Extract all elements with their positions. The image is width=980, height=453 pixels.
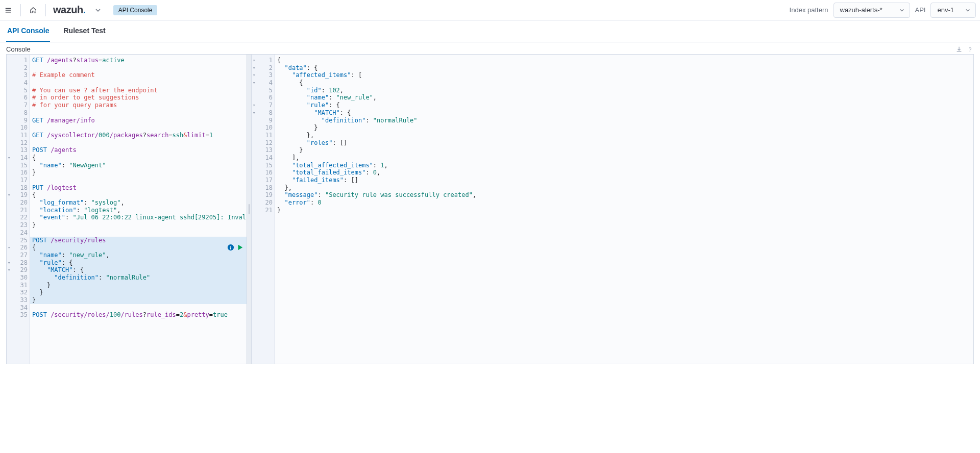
console-header: Console ? <box>0 42 980 54</box>
request-editor[interactable]: GET /agents?status=active# Example comme… <box>30 55 247 364</box>
code-line[interactable]: } <box>30 289 247 296</box>
code-line[interactable] <box>30 64 247 72</box>
code-line[interactable] <box>30 139 247 147</box>
code-line[interactable]: } <box>30 296 247 304</box>
chevron-down-icon <box>94 7 102 14</box>
code-line[interactable]: PUT /logtest <box>30 184 247 192</box>
code-line: "message": "Security rule was successful… <box>275 191 973 199</box>
code-line[interactable] <box>30 229 247 237</box>
api-select[interactable]: env-1 <box>930 3 976 18</box>
tab-ruleset-test[interactable]: Ruleset Test <box>62 20 106 42</box>
tab-api-console[interactable]: API Console <box>6 20 50 42</box>
code-line[interactable]: "name": "new_rule", <box>30 251 247 259</box>
code-line[interactable] <box>30 109 247 117</box>
code-line[interactable]: # Example comment <box>30 71 247 79</box>
code-line: "name": "new_rule", <box>275 94 973 102</box>
api-value: env-1 <box>937 6 954 14</box>
code-line[interactable] <box>30 177 247 184</box>
code-line: "total_failed_items": 0, <box>275 169 973 177</box>
code-line[interactable]: "location": "logtest", <box>30 207 247 214</box>
code-line: "definition": "normalRule" <box>275 117 973 124</box>
code-line: "id": 102, <box>275 87 973 94</box>
code-line: "affected_items": [ <box>275 71 973 79</box>
code-line[interactable]: { <box>30 191 247 199</box>
divider <box>45 4 46 16</box>
code-line[interactable] <box>30 304 247 312</box>
code-line: } <box>275 146 973 154</box>
code-line: { <box>275 79 973 87</box>
code-line[interactable]: "definition": "normalRule" <box>30 274 247 282</box>
code-line: ], <box>275 154 973 162</box>
brand-dot: . <box>83 4 86 16</box>
code-line[interactable]: "name": "NewAgent" <box>30 162 247 169</box>
menu-button[interactable] <box>0 2 16 18</box>
code-line[interactable]: } <box>30 282 247 289</box>
topbar: wazuh. API Console Index pattern wazuh-a… <box>0 0 980 20</box>
console-label: Console <box>6 45 31 53</box>
code-line[interactable] <box>30 124 247 132</box>
topbar-left: wazuh. API Console <box>0 2 157 18</box>
code-line[interactable]: POST /agents <box>30 146 247 154</box>
index-pattern-value: wazuh-alerts-* <box>840 6 883 14</box>
code-line[interactable]: { <box>30 154 247 162</box>
console-header-icons: ? <box>955 46 974 53</box>
pane-splitter[interactable] <box>247 55 252 364</box>
code-line[interactable]: "MATCH": { <box>30 266 247 274</box>
response-gutter: 1▾2▾3▾4▾567▾8▾9101112131415161718192021 <box>252 55 275 364</box>
code-line: "failed_items": [] <box>275 177 973 184</box>
code-line: }, <box>275 184 973 192</box>
code-line[interactable]: # for your query params <box>30 102 247 109</box>
code-line[interactable]: # in order to get suggestions <box>30 94 247 102</box>
code-line[interactable]: "rule": { <box>30 259 247 267</box>
api-label: API <box>915 6 926 14</box>
code-line[interactable]: POST /security/rulesi <box>30 237 247 244</box>
code-line: }, <box>275 132 973 139</box>
request-gutter: 1234567891011121314▾1516171819▾202122232… <box>7 55 30 364</box>
code-line: "error": 0 <box>275 199 973 207</box>
console-panes: 1234567891011121314▾1516171819▾202122232… <box>6 54 974 364</box>
code-line[interactable]: GET /agents?status=active <box>30 57 247 64</box>
code-line[interactable]: GET /manager/info <box>30 117 247 124</box>
chevron-down-icon <box>964 7 971 14</box>
topbar-right: Index pattern wazuh-alerts-* API env-1 <box>790 3 976 18</box>
response-pane: 1▾2▾3▾4▾567▾8▾9101112131415161718192021 … <box>252 55 973 364</box>
code-line: } <box>275 124 973 132</box>
code-line: "data": { <box>275 64 973 72</box>
svg-text:?: ? <box>969 46 972 52</box>
home-icon <box>30 7 37 14</box>
code-line[interactable]: GET /syscollector/000/packages?search=ss… <box>30 132 247 139</box>
response-viewer: { "data": { "affected_items": [ { "id": … <box>275 55 973 364</box>
index-pattern-label: Index pattern <box>790 6 828 14</box>
code-line[interactable]: # You can use ? after the endpoint <box>30 87 247 94</box>
chevron-down-icon <box>898 7 905 14</box>
code-line[interactable] <box>30 79 247 87</box>
brand-menu-toggle[interactable] <box>92 7 104 14</box>
brand-logo: wazuh. <box>50 4 89 16</box>
export-icon[interactable] <box>955 46 963 53</box>
breadcrumb: API Console <box>113 5 158 15</box>
index-pattern-select[interactable]: wazuh-alerts-* <box>834 3 910 18</box>
divider <box>20 4 21 16</box>
code-line[interactable]: } <box>30 169 247 177</box>
request-pane[interactable]: 1234567891011121314▾1516171819▾202122232… <box>7 55 247 364</box>
code-line[interactable]: "event": "Jul 06 22:00:22 linux-agent ss… <box>30 214 247 221</box>
code-line: "MATCH": { <box>275 109 973 117</box>
code-line: } <box>275 207 973 214</box>
code-line: "total_affected_items": 1, <box>275 162 973 169</box>
code-line[interactable]: POST /security/roles/100/rules?rule_ids=… <box>30 311 247 319</box>
request-info-icon[interactable]: i <box>227 244 234 251</box>
code-line[interactable]: "log_format": "syslog", <box>30 199 247 207</box>
code-line: "rule": { <box>275 102 973 109</box>
menu-icon <box>5 7 12 14</box>
code-line: "roles": [] <box>275 139 973 147</box>
code-line[interactable]: { <box>30 244 247 251</box>
code-line: { <box>275 57 973 64</box>
code-line[interactable]: } <box>30 221 247 229</box>
help-icon[interactable]: ? <box>967 46 974 53</box>
home-button[interactable] <box>25 2 41 18</box>
brand-text: wazuh <box>53 4 83 16</box>
tabs: API Console Ruleset Test <box>0 20 980 42</box>
run-request-icon[interactable] <box>236 244 243 251</box>
